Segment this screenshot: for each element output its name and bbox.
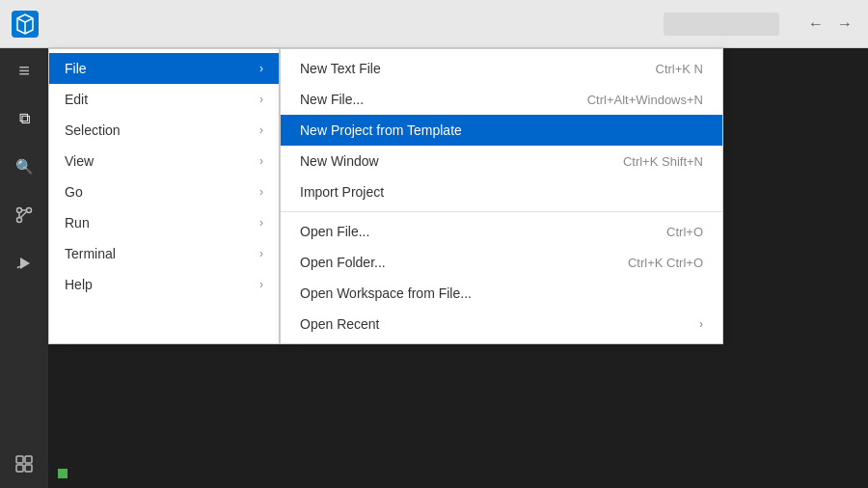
submenu-open-file[interactable]: Open File... Ctrl+O <box>281 216 722 247</box>
menu-item-view[interactable]: View › <box>49 146 279 176</box>
chevron-right-icon: › <box>259 154 263 168</box>
submenu-new-project-from-template[interactable]: New Project from Template <box>281 115 722 146</box>
title-bar: ← → <box>0 0 868 48</box>
submenu-new-file[interactable]: New File... Ctrl+Alt+Windows+N <box>281 84 722 115</box>
back-button[interactable]: ← <box>804 14 827 35</box>
menu-item-file[interactable]: File › <box>49 53 279 84</box>
menu-divider <box>281 211 722 212</box>
chevron-right-icon: › <box>259 62 263 75</box>
status-indicator <box>58 469 68 478</box>
submenu-open-workspace[interactable]: Open Workspace from File... <box>281 278 722 309</box>
menu-item-help[interactable]: Help › <box>49 269 279 300</box>
svg-rect-6 <box>16 465 23 472</box>
submenu-open-recent[interactable]: Open Recent › <box>281 309 722 339</box>
chevron-right-icon: › <box>259 93 263 106</box>
menu-item-selection[interactable]: Selection › <box>49 115 279 146</box>
nav-buttons: ← → <box>804 14 856 35</box>
search-icon[interactable]: 🔍 <box>10 152 39 181</box>
chevron-right-icon: › <box>259 216 263 230</box>
source-control-icon[interactable] <box>10 201 39 230</box>
svg-rect-7 <box>25 465 32 472</box>
submenu-open-folder[interactable]: Open Folder... Ctrl+K Ctrl+O <box>281 247 722 278</box>
submenu-new-window[interactable]: New Window Ctrl+K Shift+N <box>281 146 722 176</box>
submenu-new-text-file[interactable]: New Text File Ctrl+K N <box>281 53 722 84</box>
activity-bottom <box>10 449 39 488</box>
svg-point-1 <box>17 208 22 213</box>
menu-item-run[interactable]: Run › <box>49 207 279 238</box>
menu-overlay: File › Edit › Selection › View › Go › Ru… <box>48 48 723 344</box>
extensions-icon[interactable] <box>10 449 39 478</box>
chevron-right-icon: › <box>699 317 703 331</box>
chevron-right-icon: › <box>259 123 263 137</box>
explorer-icon[interactable]: ⧉ <box>10 104 39 133</box>
svg-rect-5 <box>25 456 32 463</box>
activity-bar: ≡ ⧉ 🔍 <box>0 48 48 488</box>
forward-button[interactable]: → <box>833 14 856 35</box>
chevron-right-icon: › <box>259 278 263 291</box>
menu-item-edit[interactable]: Edit › <box>49 84 279 115</box>
chevron-right-icon: › <box>259 185 263 199</box>
search-box[interactable] <box>664 13 779 36</box>
chevron-right-icon: › <box>259 247 263 260</box>
run-debug-icon[interactable] <box>10 249 39 278</box>
menu-item-terminal[interactable]: Terminal › <box>49 238 279 269</box>
primary-menu: File › Edit › Selection › View › Go › Ru… <box>48 48 280 344</box>
secondary-menu: New Text File Ctrl+K N New File... Ctrl+… <box>280 48 723 344</box>
submenu-import-project[interactable]: Import Project <box>281 176 722 207</box>
svg-rect-4 <box>16 456 23 463</box>
menu-icon[interactable]: ≡ <box>10 56 39 85</box>
menu-item-go[interactable]: Go › <box>49 176 279 207</box>
app-icon <box>12 11 39 38</box>
